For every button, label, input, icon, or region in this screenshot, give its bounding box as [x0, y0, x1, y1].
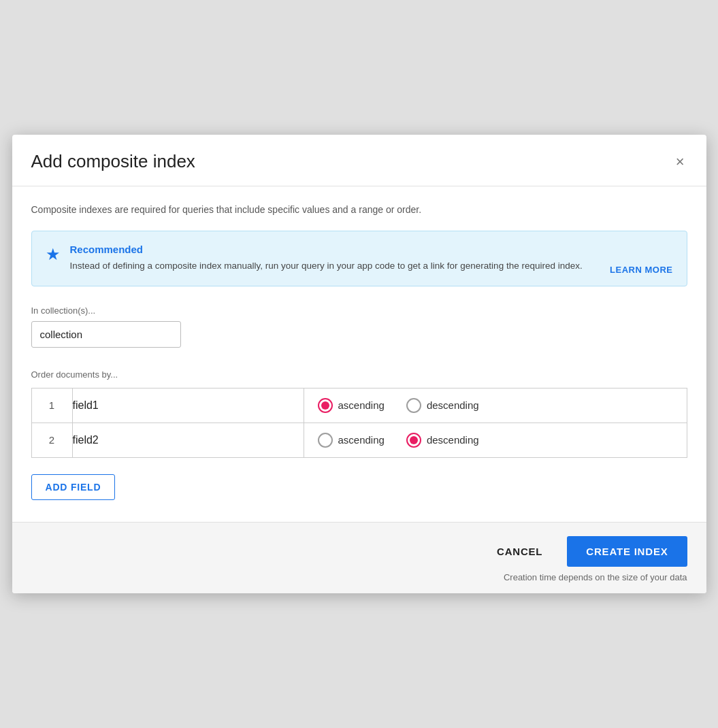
dialog-body: Composite indexes are required for queri… [12, 186, 706, 521]
collection-label: In collection(s)... [31, 305, 687, 316]
dialog-header: Add composite index × [12, 135, 706, 186]
row-number: 1 [31, 388, 72, 423]
descending-option-1[interactable]: descending [406, 398, 479, 413]
radio-options: ascending descending [304, 388, 687, 423]
ascending-label-2: ascending [338, 434, 385, 446]
table-row: 1 field1 ascending [31, 388, 687, 423]
add-composite-index-dialog: Add composite index × Composite indexes … [12, 135, 706, 593]
recommendation-title: Recommended [70, 244, 673, 255]
descending-option-2[interactable]: descending [406, 433, 479, 448]
cancel-button[interactable]: CANCEL [478, 536, 561, 567]
ascending-option-1[interactable]: ascending [318, 398, 385, 413]
table-row: 2 field2 ascending [31, 423, 687, 457]
descending-radio-inner-2 [410, 436, 418, 444]
create-index-button[interactable]: CREATE INDEX [567, 536, 687, 567]
descending-label-2: descending [427, 434, 479, 446]
field-name: field2 [72, 423, 304, 457]
row-number: 2 [31, 423, 72, 457]
ascending-radio-1[interactable] [318, 398, 333, 413]
learn-more-link[interactable]: LEARN MORE [610, 265, 672, 275]
radio-cell: ascending descending [304, 423, 687, 457]
radio-cell: ascending descending [304, 388, 687, 423]
ascending-radio-2[interactable] [318, 433, 333, 448]
ascending-radio-inner-1 [321, 401, 329, 410]
fields-table: 1 field1 ascending [31, 388, 687, 458]
recommendation-text: Instead of defining a composite index ma… [70, 259, 673, 273]
ascending-option-2[interactable]: ascending [318, 433, 385, 448]
descending-radio-2[interactable] [406, 433, 421, 448]
description-text: Composite indexes are required for queri… [31, 203, 687, 217]
footer-note: Creation time depends on the size of you… [504, 572, 687, 582]
add-field-button[interactable]: ADD FIELD [31, 474, 116, 500]
star-icon: ★ [46, 245, 61, 264]
descending-radio-1[interactable] [406, 398, 421, 413]
footer-buttons: CANCEL CREATE INDEX [478, 536, 687, 567]
dialog-title: Add composite index [31, 151, 195, 172]
ascending-label-1: ascending [338, 399, 385, 411]
recommendation-box: ★ Recommended Instead of defining a comp… [31, 231, 687, 286]
order-section: Order documents by... 1 field1 [31, 369, 687, 506]
descending-label-1: descending [427, 399, 479, 411]
dialog-footer: CANCEL CREATE INDEX Creation time depend… [12, 522, 706, 593]
field-name: field1 [72, 388, 304, 423]
collection-input[interactable] [31, 321, 181, 348]
recommendation-content: Recommended Instead of defining a compos… [70, 244, 673, 273]
close-button[interactable]: × [673, 152, 687, 172]
collection-section: In collection(s)... [31, 305, 687, 369]
order-label: Order documents by... [31, 369, 687, 380]
radio-options: ascending descending [304, 423, 687, 457]
